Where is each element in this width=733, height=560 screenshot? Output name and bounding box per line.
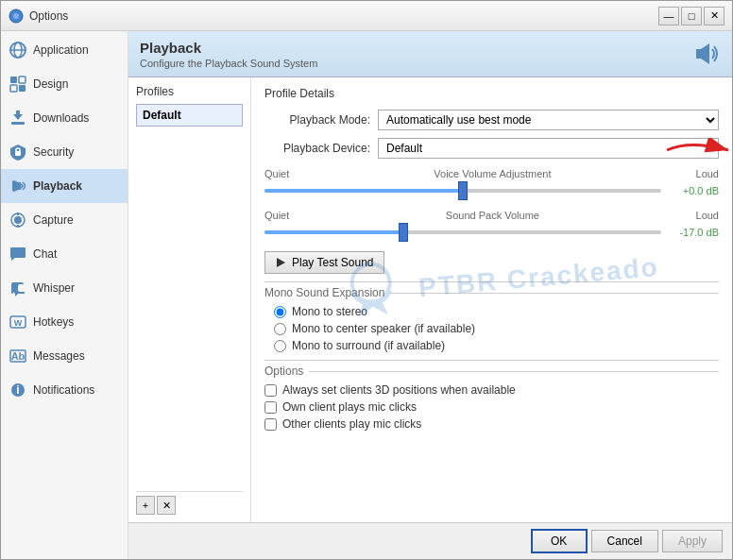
design-icon	[9, 75, 27, 93]
messages-icon: Ab	[9, 347, 27, 365]
sidebar-label-messages: Messages	[33, 349, 85, 363]
ok-button[interactable]: OK	[531, 529, 588, 553]
notifications-icon: i	[9, 381, 27, 399]
sidebar-label-design: Design	[33, 77, 68, 91]
play-test-sound-button[interactable]: Play Test Sound	[264, 251, 384, 274]
title-bar: Options — □ ✕	[1, 1, 732, 31]
whisper-icon	[9, 279, 27, 297]
cancel-button[interactable]: Cancel	[591, 530, 658, 552]
3d-positions-label: Always set clients 3D positions when ava…	[282, 383, 516, 397]
main-panel: Playback Configure the Playback Sound Sy…	[128, 31, 732, 559]
playback-device-row: Playback Device: Default Speakers Headph…	[264, 138, 719, 159]
mono-surround-item[interactable]: Mono to surround (if available)	[274, 339, 719, 352]
capture-icon	[9, 211, 27, 229]
3d-positions-checkbox[interactable]	[264, 384, 277, 397]
3d-positions-item[interactable]: Always set clients 3D positions when ava…	[264, 383, 719, 397]
svg-marker-10	[13, 110, 23, 120]
play-icon	[275, 257, 286, 268]
downloads-icon	[9, 109, 27, 127]
sidebar-label-playback: Playback	[33, 179, 82, 193]
svg-rect-16	[17, 225, 19, 228]
mono-center-label: Mono to center speaker (if available)	[292, 322, 475, 335]
sound-pack-volume-header: Quiet Sound Pack Volume Loud	[264, 210, 719, 221]
main-header: Playback Configure the Playback Sound Sy…	[128, 31, 732, 77]
mono-sound-expansion-group: Mono to stereo Mono to center speaker (i…	[264, 305, 719, 352]
sidebar-item-whisper[interactable]: Whisper	[1, 271, 128, 305]
other-mic-clicks-label: Other clients play mic clicks	[282, 417, 421, 431]
red-arrow-annotation	[662, 138, 732, 165]
sound-pack-volume-slider-track	[264, 223, 661, 242]
remove-profile-button[interactable]: ✕	[157, 496, 176, 515]
sound-pack-volume-value: -17.0 dB	[667, 227, 719, 238]
add-profile-button[interactable]: +	[136, 496, 155, 515]
sound-pack-volume-thumb[interactable]	[399, 223, 408, 242]
mono-center-radio[interactable]	[274, 323, 286, 335]
content: Application Design	[1, 31, 732, 559]
playback-device-label: Playback Device:	[264, 142, 378, 155]
sidebar-item-application[interactable]: Application	[1, 33, 128, 67]
playback-mode-label: Playback Mode:	[264, 113, 378, 127]
playback-mode-row: Playback Mode: Automatically use best mo…	[264, 110, 719, 130]
maximize-button[interactable]: □	[681, 7, 702, 25]
sidebar-item-hotkeys[interactable]: W Hotkeys	[1, 305, 128, 339]
svg-rect-15	[17, 212, 19, 215]
sidebar-label-capture: Capture	[33, 213, 74, 227]
voice-volume-value: +0.0 dB	[667, 185, 719, 196]
svg-point-1	[13, 13, 19, 19]
mono-surround-radio[interactable]	[274, 340, 286, 352]
own-mic-clicks-item[interactable]: Own client plays mic clicks	[264, 400, 719, 414]
main-subtitle: Configure the Playback Sound System	[140, 58, 317, 69]
playback-mode-select[interactable]: Automatically use best mode DirectSound …	[378, 110, 719, 130]
sidebar-item-security[interactable]: Security	[1, 135, 128, 169]
voice-volume-thumb[interactable]	[458, 181, 468, 200]
sidebar-item-messages[interactable]: Ab Messages	[1, 339, 128, 373]
sidebar-item-design[interactable]: Design	[1, 67, 128, 101]
sidebar-label-hotkeys: Hotkeys	[33, 315, 74, 329]
main-body-wrapper: Profiles Default + ✕ Profile Details	[128, 77, 732, 522]
voice-volume-header: Quiet Voice Volume Adjustment Loud	[264, 168, 719, 179]
minimize-button[interactable]: —	[658, 7, 679, 25]
mono-stereo-label: Mono to stereo	[292, 305, 367, 318]
options-window: Options — □ ✕ Application	[0, 0, 733, 560]
own-mic-clicks-checkbox[interactable]	[264, 401, 277, 414]
profile-default[interactable]: Default	[136, 104, 243, 127]
main-body: Profiles Default + ✕ Profile Details	[128, 77, 732, 522]
mono-sound-expansion-section-title: Mono Sound Expansion	[264, 281, 719, 299]
security-icon	[9, 143, 27, 161]
sidebar-item-playback[interactable]: Playback	[1, 169, 128, 203]
mono-center-item[interactable]: Mono to center speaker (if available)	[274, 322, 719, 335]
sidebar-label-application: Application	[33, 43, 89, 57]
mono-stereo-radio[interactable]	[274, 306, 286, 318]
sidebar-item-capture[interactable]: Capture	[1, 203, 128, 237]
options-section-label: Options	[264, 365, 303, 378]
other-mic-clicks-checkbox[interactable]	[264, 418, 277, 431]
details-title: Profile Details	[264, 87, 719, 100]
voice-volume-center-label: Voice Volume Adjustment	[289, 168, 695, 179]
sound-pack-quiet-label: Quiet	[264, 210, 289, 221]
sound-pack-volume-section: Quiet Sound Pack Volume Loud	[264, 210, 719, 242]
hotkeys-icon: W	[9, 313, 27, 331]
mono-sound-expansion-label: Mono Sound Expansion	[264, 286, 384, 299]
play-test-sound-area: Play Test Sound	[264, 251, 719, 274]
sound-pack-loud-label: Loud	[696, 210, 719, 221]
sound-pack-center-label: Sound Pack Volume	[289, 210, 695, 221]
mono-stereo-item[interactable]: Mono to stereo	[274, 305, 719, 318]
voice-volume-slider-track	[264, 181, 661, 200]
window-title: Options	[29, 9, 68, 23]
options-section: Options Always set clients 3D positions …	[264, 360, 719, 431]
other-mic-clicks-item[interactable]: Other clients play mic clicks	[264, 417, 719, 431]
sidebar-item-downloads[interactable]: Downloads	[1, 101, 128, 135]
sidebar-item-notifications[interactable]: i Notifications	[1, 373, 128, 407]
application-icon	[9, 41, 27, 59]
sidebar-item-chat[interactable]: Chat	[1, 237, 128, 271]
sidebar-label-whisper: Whisper	[33, 281, 75, 295]
sidebar: Application Design	[1, 31, 128, 559]
sidebar-label-chat: Chat	[33, 247, 57, 261]
svg-rect-5	[10, 76, 17, 83]
close-button[interactable]: ✕	[704, 7, 724, 25]
voice-volume-quiet-label: Quiet	[264, 168, 289, 179]
main-title: Playback	[140, 40, 317, 56]
apply-button[interactable]: Apply	[662, 530, 723, 552]
playback-mode-control: Automatically use best mode DirectSound …	[378, 110, 719, 130]
svg-text:i: i	[16, 383, 19, 397]
